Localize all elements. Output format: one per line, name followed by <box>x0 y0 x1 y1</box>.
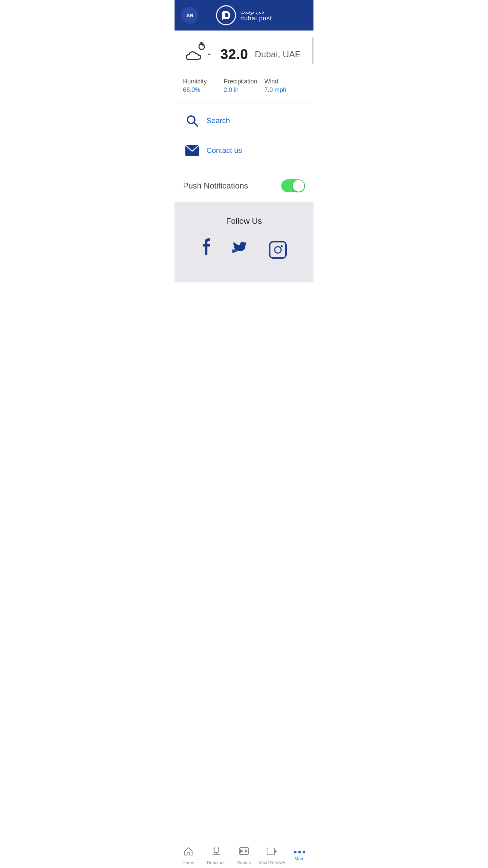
menu-section: Search Contact us <box>175 102 313 169</box>
humidity-value: 68.0% <box>183 86 224 94</box>
svg-point-0 <box>217 6 236 25</box>
search-icon <box>185 113 200 128</box>
instagram-dot <box>281 245 283 247</box>
social-icons <box>183 238 305 262</box>
notifications-toggle[interactable] <box>281 179 305 192</box>
search-label: Search <box>206 116 230 125</box>
svg-line-12 <box>194 122 198 126</box>
search-menu-item[interactable]: Search <box>175 106 313 136</box>
precipitation-detail: Precipitation 2.0 in <box>224 78 264 94</box>
logo-arabic: دبي بوست <box>240 8 264 15</box>
weather-cloud-sun-icon <box>183 41 214 64</box>
facebook-icon <box>201 238 215 258</box>
logo-text: دبي بوست dubai post <box>240 8 272 22</box>
follow-section: Follow Us <box>175 203 313 282</box>
instagram-icon <box>274 246 282 254</box>
notifications-section: Push Notifications <box>175 169 313 203</box>
wind-detail: Wind 7.0 mph <box>264 78 305 94</box>
humidity-detail: Humidity 68.0% <box>183 78 224 94</box>
weather-icon <box>183 41 214 68</box>
contact-label: Contact us <box>206 146 242 155</box>
contact-menu-item[interactable]: Contact us <box>175 136 313 165</box>
svg-point-9 <box>199 44 204 50</box>
weather-location: Dubai, UAE <box>255 49 301 60</box>
scrollbar[interactable] <box>312 37 313 64</box>
toggle-knob <box>293 180 304 192</box>
follow-title: Follow Us <box>183 216 305 226</box>
logo-english: dubai post <box>240 15 272 22</box>
app-header: AR دبي بوست dubai post <box>175 0 313 31</box>
wind-value: 7.0 mph <box>264 86 305 94</box>
twitter-button[interactable] <box>232 239 252 261</box>
logo-icon <box>216 5 236 25</box>
weather-main: 32.0 Dubai, UAE <box>183 41 305 68</box>
humidity-label: Humidity <box>183 78 224 85</box>
app-logo: دبي بوست dubai post <box>216 5 272 25</box>
language-button[interactable]: AR <box>181 7 198 24</box>
twitter-icon <box>232 239 252 257</box>
weather-details: Humidity 68.0% Precipitation 2.0 in Wind… <box>183 78 305 94</box>
wind-label: Wind <box>264 78 305 85</box>
envelope-icon-svg <box>185 144 200 157</box>
weather-temp-value: 32.0 <box>220 46 248 62</box>
facebook-button[interactable] <box>201 238 215 262</box>
notifications-row: Push Notifications <box>183 179 305 192</box>
weather-section: 32.0 Dubai, UAE Humidity 68.0% Precipita… <box>175 31 313 102</box>
contact-icon <box>185 143 200 158</box>
search-icon-svg <box>185 114 199 127</box>
precipitation-label: Precipitation <box>224 78 264 85</box>
instagram-button[interactable] <box>269 241 287 259</box>
notifications-label: Push Notifications <box>183 181 248 191</box>
precipitation-value: 2.0 in <box>224 86 264 94</box>
